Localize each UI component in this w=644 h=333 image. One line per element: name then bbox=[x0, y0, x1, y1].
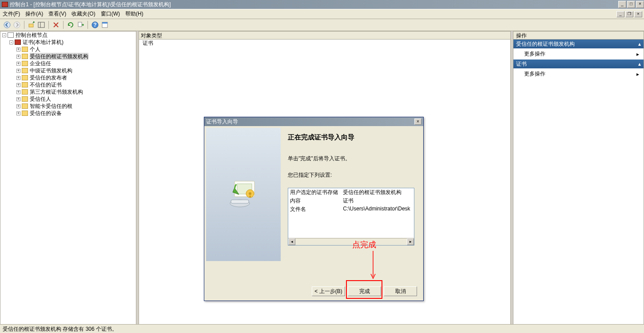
window-titlebar: 控制台1 - [控制台根节点\证书(本地计算机)\受信任的根证书颁发机构] _ … bbox=[0, 0, 644, 9]
tree-folder-item[interactable]: +受信任的发布者 bbox=[0, 74, 136, 81]
tree-pane[interactable]: - 控制台根节点 - 证书(本地计算机) +个人+受信任的根证书颁发机构+企业信… bbox=[0, 31, 136, 328]
tree-folder-label: 受信任人 bbox=[30, 95, 51, 103]
help-button[interactable]: ? bbox=[91, 20, 99, 29]
minimize-button[interactable]: _ bbox=[618, 1, 626, 8]
expand-icon[interactable]: + bbox=[16, 48, 20, 52]
svg-rect-14 bbox=[231, 200, 249, 203]
wizard-back-button[interactable]: < 上一步(B) bbox=[312, 286, 345, 296]
folder-icon bbox=[22, 47, 28, 52]
actions-pane: 操作 受信任的根证书颁发机构 ▴ 更多操作 ▸ 证书 ▴ 更多操作 ▸ bbox=[513, 31, 644, 328]
tree-folder-item[interactable]: +中级证书颁发机构 bbox=[0, 67, 136, 74]
svg-rect-9 bbox=[102, 22, 107, 24]
tree-folder-item[interactable]: +受信任人 bbox=[0, 95, 136, 103]
tree-folder-item[interactable]: +智能卡受信任的根 bbox=[0, 103, 136, 110]
tree-folder-item[interactable]: +第三方根证书颁发机构 bbox=[0, 88, 136, 95]
folder-icon bbox=[22, 111, 28, 116]
menu-favorites[interactable]: 收藏夹(O) bbox=[72, 10, 95, 18]
console-root-icon bbox=[8, 32, 14, 38]
setting-val-filename: C:\Users\Administrator\Desk bbox=[341, 205, 414, 214]
statusbar: 受信任的根证书颁发机构 存储含有 306 个证书。 bbox=[0, 324, 644, 333]
wizard-settings-label: 您已指定下列设置: bbox=[288, 171, 414, 179]
toolbar: ? bbox=[0, 19, 644, 31]
folder-icon bbox=[22, 96, 28, 102]
tree-folder-label: 智能卡受信任的根 bbox=[30, 103, 72, 110]
folder-icon bbox=[22, 82, 28, 87]
actions-more-2[interactable]: 更多操作 ▸ bbox=[513, 68, 644, 79]
folder-icon bbox=[22, 89, 28, 95]
refresh-button[interactable] bbox=[66, 20, 75, 29]
expand-icon[interactable]: + bbox=[16, 69, 20, 73]
expand-icon[interactable]: + bbox=[16, 76, 20, 80]
annotation-text: 点完成 bbox=[352, 239, 376, 250]
menu-help[interactable]: 帮助(H) bbox=[125, 10, 143, 18]
tree-folder-item[interactable]: +不信任的证书 bbox=[0, 81, 136, 88]
scroll-right-button[interactable]: ▸ bbox=[407, 238, 414, 245]
menu-view[interactable]: 查看(V) bbox=[48, 10, 66, 18]
svg-text:?: ? bbox=[93, 22, 96, 28]
folder-icon bbox=[22, 103, 28, 109]
tree-folder-item[interactable]: +个人 bbox=[0, 46, 136, 53]
actions-section-store[interactable]: 受信任的根证书颁发机构 ▴ bbox=[513, 40, 644, 48]
tree-folder-item[interactable]: +企业信任 bbox=[0, 60, 136, 67]
tree-folder-item[interactable]: +受信任的设备 bbox=[0, 110, 136, 117]
up-button[interactable] bbox=[27, 20, 36, 29]
scroll-left-button[interactable]: ◂ bbox=[288, 238, 295, 245]
tree-folder-label: 中级证书颁发机构 bbox=[30, 67, 72, 74]
folder-icon bbox=[22, 75, 28, 80]
tree-folder-item[interactable]: +受信任的根证书颁发机构 bbox=[0, 53, 136, 60]
tree-folder-label: 受信任的根证书颁发机构 bbox=[30, 53, 88, 60]
svg-point-0 bbox=[4, 22, 10, 28]
folder-icon bbox=[22, 61, 28, 66]
svg-rect-5 bbox=[78, 22, 82, 27]
expand-icon[interactable]: + bbox=[16, 97, 20, 101]
mdi-restore-button[interactable]: ❐ bbox=[625, 11, 633, 17]
export-button[interactable] bbox=[76, 20, 85, 29]
expand-icon[interactable]: + bbox=[16, 104, 20, 108]
mdi-close-button[interactable]: × bbox=[634, 11, 642, 17]
maximize-button[interactable]: □ bbox=[627, 1, 635, 8]
list-header[interactable]: 对象类型 bbox=[139, 32, 510, 40]
actions-section-cert[interactable]: 证书 ▴ bbox=[513, 59, 644, 68]
settings-hscrollbar[interactable]: ◂ ▸ bbox=[288, 238, 414, 245]
collapse-icon[interactable]: - bbox=[2, 33, 6, 37]
window-title: 控制台1 - [控制台根节点\证书(本地计算机)\受信任的根证书颁发机构] bbox=[10, 1, 617, 8]
forward-button[interactable] bbox=[12, 20, 21, 29]
dialog-titlebar[interactable]: 证书导入向导 × bbox=[204, 117, 423, 126]
menu-window[interactable]: 窗口(W) bbox=[101, 10, 120, 18]
wizard-cancel-button[interactable]: 取消 bbox=[384, 286, 417, 296]
certificates-icon bbox=[15, 40, 21, 45]
submenu-arrow-icon: ▸ bbox=[636, 51, 639, 57]
setting-key-filename: 文件名 bbox=[288, 205, 341, 214]
expand-icon[interactable]: + bbox=[16, 83, 20, 87]
wizard-banner-image bbox=[206, 128, 281, 261]
wizard-finish-button[interactable]: 完成 bbox=[348, 286, 381, 296]
back-button[interactable] bbox=[3, 20, 12, 29]
tree-folder-label: 第三方根证书颁发机构 bbox=[30, 88, 83, 95]
expand-icon[interactable]: + bbox=[16, 111, 20, 115]
mdi-minimize-button[interactable]: _ bbox=[616, 11, 624, 17]
expand-icon[interactable]: + bbox=[16, 62, 20, 66]
tree-folder-label: 受信任的发布者 bbox=[30, 74, 67, 81]
collapse-icon[interactable]: - bbox=[9, 40, 13, 44]
show-hide-tree-button[interactable] bbox=[37, 20, 46, 29]
expand-icon[interactable]: + bbox=[16, 55, 20, 59]
collapse-arrow-icon: ▴ bbox=[638, 41, 641, 47]
submenu-arrow-icon: ▸ bbox=[636, 71, 639, 77]
svg-rect-3 bbox=[38, 22, 44, 28]
properties-button[interactable] bbox=[100, 20, 109, 29]
menu-file[interactable]: 文件(F) bbox=[3, 10, 20, 18]
actions-more-1[interactable]: 更多操作 ▸ bbox=[513, 48, 644, 59]
menu-action[interactable]: 操作(A) bbox=[25, 10, 43, 18]
tree-root[interactable]: - 控制台根节点 bbox=[0, 32, 136, 39]
setting-val-store: 受信任的根证书颁发机构 bbox=[341, 188, 414, 197]
tree-folder-label: 企业信任 bbox=[30, 60, 51, 67]
app-icon bbox=[2, 2, 8, 7]
folder-icon bbox=[22, 68, 28, 73]
dialog-close-button[interactable]: × bbox=[414, 119, 421, 125]
list-item-certificates[interactable]: 证书 bbox=[139, 40, 510, 47]
expand-icon[interactable]: + bbox=[16, 90, 20, 94]
tree-certs-local[interactable]: - 证书(本地计算机) bbox=[0, 39, 136, 46]
wizard-instruction: 单击"完成"后将导入证书。 bbox=[288, 155, 414, 163]
close-button[interactable]: × bbox=[636, 1, 644, 8]
delete-button[interactable] bbox=[52, 20, 60, 29]
